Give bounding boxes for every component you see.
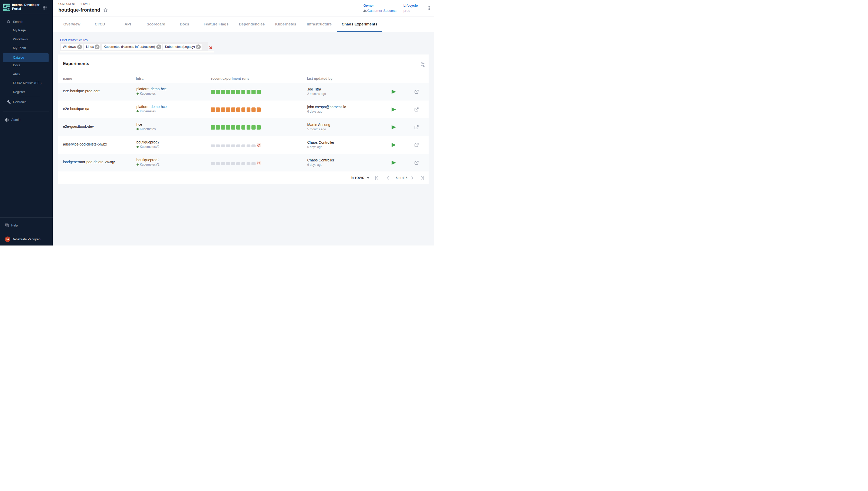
svg-text:?: ? <box>6 223 7 226</box>
